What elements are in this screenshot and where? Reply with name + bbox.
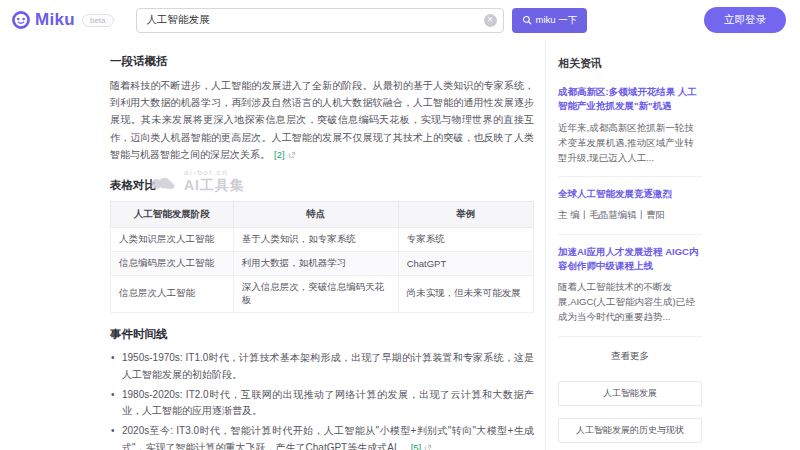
timeline-list: 1950s-1970s: IT1.0时代，计算技术基本架构形成，出现了早期的计算…	[110, 350, 534, 450]
news-title[interactable]: 加速AI应用人才发展进程 AIGC内容创作师中级课程上线	[558, 245, 702, 274]
news-summary: 主 编丨毛晶慧编辑丨曹阳	[558, 207, 702, 222]
citation-link-5[interactable]: [5]	[411, 442, 422, 450]
comparison-table: 人工智能发展阶段 特点 举例 人类知识层次人工智能 基于人类知识，如专家系统 专…	[110, 201, 534, 313]
external-link-icon[interactable]	[424, 441, 432, 450]
beta-badge: beta	[82, 14, 114, 27]
page-content: 一段话概括 随着科技的不断进步，人工智能的发展进入了全新的阶段。从最初的基于人类…	[0, 40, 800, 450]
sidebar-title: 相关资讯	[558, 56, 702, 71]
search-icon	[522, 15, 532, 25]
logo-text: Miku	[35, 10, 75, 30]
news-summary: 近年来,成都高新区抢抓新一轮技术变革发展机遇,推动区域产业转型升级,现已迈入人工…	[558, 120, 702, 166]
watermark-line1: ai-bot.cn	[184, 168, 245, 177]
timeline-item-text: 1950s-1970s: IT1.0时代，计算技术基本架构形成，出现了早期的计算…	[122, 352, 534, 380]
citation-link-2[interactable]: [2]	[274, 149, 285, 160]
related-news-sidebar: 相关资讯 成都高新区:多领域开花结果 人工智能产业抢抓发展"新"机遇 近年来,成…	[546, 40, 702, 450]
table-section-title: 表格对比	[110, 178, 534, 193]
app-logo[interactable]: Miku beta	[12, 10, 114, 30]
app-header: Miku beta × miku 一下 立即登录	[0, 0, 800, 40]
answer-panel: 一段话概括 随着科技的不断进步，人工智能的发展进入了全新的阶段。从最初的基于人类…	[110, 40, 534, 450]
timeline-item-text: 1980s-2020s: IT2.0时代，互联网的出现推动了网络计算的发展，出现…	[122, 389, 534, 417]
news-item[interactable]: 加速AI应用人才发展进程 AIGC内容创作师中级课程上线 随着人工智能技术的不断…	[558, 235, 702, 337]
cell-example: 专家系统	[398, 227, 533, 251]
cell-stage: 人类知识层次人工智能	[111, 227, 234, 251]
search-button[interactable]: miku 一下	[512, 8, 588, 33]
related-search-button[interactable]: 人工智能发展	[558, 381, 702, 406]
summary-paragraph: 随着科技的不断进步，人工智能的发展进入了全新的阶段。从最初的基于人类知识的专家系…	[110, 77, 534, 164]
external-link-icon[interactable]	[288, 147, 296, 164]
related-search-button[interactable]: 人工智能发展的历史与现状	[558, 418, 702, 443]
timeline-item: 1950s-1970s: IT1.0时代，计算技术基本架构形成，出现了早期的计算…	[110, 350, 534, 384]
col-header-stage: 人工智能发展阶段	[111, 201, 234, 227]
miku-logo-icon	[12, 11, 30, 29]
news-item[interactable]: 全球人工智能发展竞逐激烈 主 编丨毛晶慧编辑丨曹阳	[558, 177, 702, 234]
timeline-section-title: 事件时间线	[110, 327, 534, 342]
cell-example: ChatGPT	[398, 251, 533, 275]
table-section-header: 表格对比 ai-bot.cn AI工具集	[110, 178, 534, 193]
related-searches: 人工智能发展 人工智能发展的历史与现状 人工智能未来发展趋势预测 人工智能发展对…	[558, 381, 702, 450]
news-summary: 随着人工智能技术的不断发展,AIGC(人工智能内容生成)已经成为当今时代的重要趋…	[558, 279, 702, 325]
cell-example: 尚未实现，但未来可能发展	[398, 275, 533, 312]
cell-stage: 信息层次人工智能	[111, 275, 234, 312]
table-row: 信息编码层次人工智能 利用大数据，如机器学习 ChatGPT	[111, 251, 534, 275]
timeline-item: 1980s-2020s: IT2.0时代，互联网的出现推动了网络计算的发展，出现…	[110, 387, 534, 421]
summary-section-title: 一段话概括	[110, 54, 534, 69]
table-row: 人类知识层次人工智能 基于人类知识，如专家系统 专家系统	[111, 227, 534, 251]
summary-text: 随着科技的不断进步，人工智能的发展进入了全新的阶段。从最初的基于人类知识的专家系…	[110, 80, 534, 160]
search-input[interactable]	[136, 8, 504, 33]
cell-feature: 利用大数据，如机器学习	[233, 251, 398, 275]
col-header-example: 举例	[398, 201, 533, 227]
clear-icon[interactable]: ×	[484, 14, 497, 27]
news-title[interactable]: 全球人工智能发展竞逐激烈	[558, 187, 702, 201]
timeline-item: 2020s至今: IT3.0时代，智能计算时代开始，人工智能从"小模型+判别式"…	[110, 423, 534, 450]
cell-feature: 基于人类知识，如专家系统	[233, 227, 398, 251]
view-more-link[interactable]: 查看更多	[558, 337, 702, 365]
timeline-item-text: 2020s至今: IT3.0时代，智能计算时代开始，人工智能从"小模型+判别式"…	[122, 425, 534, 450]
login-button[interactable]: 立即登录	[704, 7, 786, 33]
table-header-row: 人工智能发展阶段 特点 举例	[111, 201, 534, 227]
news-item[interactable]: 成都高新区:多领域开花结果 人工智能产业抢抓发展"新"机遇 近年来,成都高新区抢…	[558, 75, 702, 177]
cell-feature: 深入信息层次，突破信息编码天花板	[233, 275, 398, 312]
table-row: 信息层次人工智能 深入信息层次，突破信息编码天花板 尚未实现，但未来可能发展	[111, 275, 534, 312]
cell-stage: 信息编码层次人工智能	[111, 251, 234, 275]
news-title[interactable]: 成都高新区:多领域开花结果 人工智能产业抢抓发展"新"机遇	[558, 85, 702, 114]
search-button-label: miku 一下	[536, 14, 578, 27]
search-bar: ×	[136, 8, 504, 33]
col-header-feature: 特点	[233, 201, 398, 227]
